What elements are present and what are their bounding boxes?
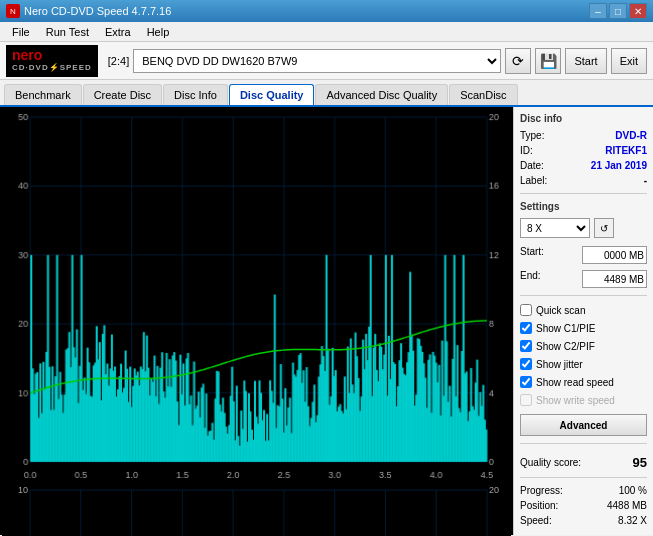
show-c2-checkbox[interactable] (520, 340, 532, 352)
pi-errors-chart (2, 109, 511, 480)
quality-score-row: Quality score: 95 (520, 455, 647, 470)
speed-setting-row: 8 X 4 X 2 X Maximum ↺ (520, 218, 647, 238)
minimize-button[interactable]: – (589, 3, 607, 19)
quick-scan-checkbox[interactable] (520, 304, 532, 316)
tabs-bar: Benchmark Create Disc Disc Info Disc Qua… (0, 80, 653, 107)
disc-type-val: DVD-R (615, 130, 647, 141)
app-icon: N (6, 4, 20, 18)
disc-label-label: Label: (520, 175, 547, 186)
drive-selector[interactable]: BENQ DVD DD DW1620 B7W9 (133, 49, 501, 73)
disc-info-title: Disc info (520, 113, 647, 124)
start-input[interactable] (582, 246, 647, 264)
menu-help[interactable]: Help (139, 24, 178, 40)
quality-score-value: 95 (633, 455, 647, 470)
menu-extra[interactable]: Extra (97, 24, 139, 40)
position-row: Position: 4488 MB (520, 500, 647, 511)
divider2 (520, 295, 647, 296)
chart-panel: PI Errors Average:5.20 Maximum:26 Total:… (0, 107, 513, 535)
toolbar: nero CD·DVD⚡SPEED [2:4] BENQ DVD DD DW16… (0, 42, 653, 80)
title-bar-controls: – □ ✕ (589, 3, 647, 19)
position-value: 4488 MB (607, 500, 647, 511)
advanced-button[interactable]: Advanced (520, 414, 647, 436)
tab-scandisc[interactable]: ScanDisc (449, 84, 517, 105)
speed-selector[interactable]: 8 X 4 X 2 X Maximum (520, 218, 590, 238)
show-read-speed-row: Show read speed (520, 376, 647, 388)
title-bar-left: N Nero CD-DVD Speed 4.7.7.16 (6, 4, 171, 18)
position-label: Position: (520, 500, 558, 511)
exit-button[interactable]: Exit (611, 48, 647, 74)
pi-failures-chart (2, 482, 511, 536)
main-content: PI Errors Average:5.20 Maximum:26 Total:… (0, 107, 653, 535)
show-c1-label: Show C1/PIE (536, 323, 595, 334)
show-c2-label: Show C2/PIF (536, 341, 595, 352)
nero-logo: nero CD·DVD⚡SPEED (6, 45, 98, 77)
disc-type-row: Type: DVD-R (520, 130, 647, 141)
divider3 (520, 443, 647, 444)
show-write-speed-checkbox[interactable] (520, 394, 532, 406)
title-bar: N Nero CD-DVD Speed 4.7.7.16 – □ ✕ (0, 0, 653, 22)
end-label: End: (520, 270, 541, 288)
show-jitter-checkbox[interactable] (520, 358, 532, 370)
disc-label-row: Label: - (520, 175, 647, 186)
show-read-speed-checkbox[interactable] (520, 376, 532, 388)
disc-date-row: Date: 21 Jan 2019 (520, 160, 647, 171)
menu-run-test[interactable]: Run Test (38, 24, 97, 40)
refresh-icon-btn[interactable]: ⟳ (505, 48, 531, 74)
right-panel: Disc info Type: DVD-R ID: RITEKF1 Date: … (513, 107, 653, 535)
end-input[interactable] (582, 270, 647, 288)
settings-icon-btn[interactable]: ↺ (594, 218, 614, 238)
quick-scan-label: Quick scan (536, 305, 585, 316)
start-row: Start: (520, 246, 647, 264)
disc-date-label: Date: (520, 160, 544, 171)
disc-type-label: Type: (520, 130, 544, 141)
save-icon-btn[interactable]: 💾 (535, 48, 561, 74)
menu-file[interactable]: File (4, 24, 38, 40)
progress-row: Progress: 100 % (520, 485, 647, 496)
end-row: End: (520, 270, 647, 288)
show-c1-row: Show C1/PIE (520, 322, 647, 334)
disc-label-val: - (644, 175, 647, 186)
disc-id-val: RITEKF1 (605, 145, 647, 156)
divider1 (520, 193, 647, 194)
close-button[interactable]: ✕ (629, 3, 647, 19)
quality-score-label: Quality score: (520, 457, 581, 468)
settings-title: Settings (520, 201, 647, 212)
tab-advanced-disc-quality[interactable]: Advanced Disc Quality (315, 84, 448, 105)
show-jitter-label: Show jitter (536, 359, 583, 370)
speed-label: Speed: (520, 515, 552, 526)
disc-date-val: 21 Jan 2019 (591, 160, 647, 171)
show-write-speed-label: Show write speed (536, 395, 615, 406)
tab-disc-quality[interactable]: Disc Quality (229, 84, 315, 105)
start-button[interactable]: Start (565, 48, 606, 74)
charts-area (0, 107, 513, 536)
speed-value: 8.32 X (618, 515, 647, 526)
progress-value: 100 % (619, 485, 647, 496)
show-jitter-row: Show jitter (520, 358, 647, 370)
divider4 (520, 477, 647, 478)
start-label: Start: (520, 246, 544, 264)
menu-bar: File Run Test Extra Help (0, 22, 653, 42)
tab-create-disc[interactable]: Create Disc (83, 84, 162, 105)
show-read-speed-label: Show read speed (536, 377, 614, 388)
show-write-speed-row: Show write speed (520, 394, 647, 406)
tab-benchmark[interactable]: Benchmark (4, 84, 82, 105)
speed-row: Speed: 8.32 X (520, 515, 647, 526)
show-c1-checkbox[interactable] (520, 322, 532, 334)
tab-disc-info[interactable]: Disc Info (163, 84, 228, 105)
quick-scan-row: Quick scan (520, 304, 647, 316)
show-c2-row: Show C2/PIF (520, 340, 647, 352)
maximize-button[interactable]: □ (609, 3, 627, 19)
progress-label: Progress: (520, 485, 563, 496)
disc-id-row: ID: RITEKF1 (520, 145, 647, 156)
app-title: Nero CD-DVD Speed 4.7.7.16 (24, 5, 171, 17)
drive-label: [2:4] (108, 55, 129, 67)
disc-id-label: ID: (520, 145, 533, 156)
